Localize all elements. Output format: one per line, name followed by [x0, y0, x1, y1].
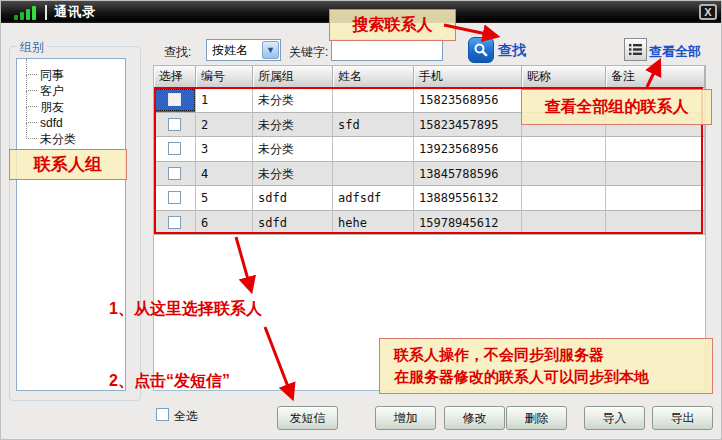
cell: hehe: [333, 211, 414, 235]
close-icon[interactable]: X: [699, 4, 717, 20]
column-header[interactable]: 手机: [414, 66, 522, 87]
cell: 未分类: [253, 162, 333, 186]
select-cell[interactable]: [154, 137, 196, 161]
cell: 2: [196, 113, 253, 137]
find-by-value: 按姓名: [212, 42, 248, 59]
table-row[interactable]: 5sdfdadfsdf13889556132: [154, 186, 705, 211]
cell: sfd: [333, 113, 414, 137]
select-cell[interactable]: [154, 162, 196, 186]
cell: [333, 88, 414, 112]
cell: [333, 162, 414, 186]
cell: 6: [196, 211, 253, 235]
signal-bars-icon: [14, 4, 36, 20]
select-cell[interactable]: [154, 211, 196, 235]
column-header[interactable]: 备注: [606, 66, 705, 87]
search-button[interactable]: 查找: [498, 42, 526, 60]
contacts-table: 选择编号所属组姓名手机昵称备注 1未分类158235689562未分类sfd15…: [153, 65, 706, 391]
group-panel: 组别 同事客户朋友sdfd未分类: [9, 46, 141, 401]
keyword-input[interactable]: [331, 39, 443, 61]
cell: [522, 137, 606, 161]
cell: 4: [196, 162, 253, 186]
window-title: 通讯录: [54, 3, 96, 21]
search-icon[interactable]: [468, 37, 494, 63]
cell: [606, 113, 705, 137]
group-listbox[interactable]: 同事客户朋友sdfd未分类: [16, 58, 126, 391]
send-sms-button[interactable]: 发短信: [277, 406, 338, 430]
cell: 13889556132: [414, 186, 522, 210]
title-bar: 通讯录 X: [1, 1, 722, 23]
sidebar-group-item[interactable]: 未分类: [17, 131, 125, 147]
cell: [606, 211, 705, 235]
table-row[interactable]: 6sdfdhehe15978945612: [154, 211, 705, 236]
column-header[interactable]: 昵称: [522, 66, 606, 87]
row-checkbox[interactable]: [168, 118, 181, 131]
cell: 3: [196, 137, 253, 161]
title-separator: [45, 5, 47, 20]
add-button[interactable]: 增加: [375, 406, 436, 430]
cell: [522, 211, 606, 235]
list-view-icon[interactable]: [624, 38, 647, 61]
cell: [522, 88, 606, 112]
find-label: 查找:: [164, 44, 191, 61]
view-all-button[interactable]: 查看全部: [649, 43, 701, 61]
cell: [333, 137, 414, 161]
cell: [522, 113, 606, 137]
cell: [606, 88, 705, 112]
select-all-label: 全选: [174, 408, 198, 425]
table-row[interactable]: 2未分类sfd15823457895: [154, 113, 705, 138]
cell: 未分类: [253, 137, 333, 161]
select-cell[interactable]: [154, 186, 196, 210]
cell: sdfd: [253, 211, 333, 235]
cell: [606, 137, 705, 161]
export-button[interactable]: 导出: [652, 406, 713, 430]
cell: 15823457895: [414, 113, 522, 137]
find-by-select[interactable]: 按姓名 ▼: [206, 39, 281, 61]
table-row[interactable]: 3未分类13923568956: [154, 137, 705, 162]
delete-button[interactable]: 删除: [506, 406, 567, 430]
cell: [606, 162, 705, 186]
keyword-label: 关键字:: [289, 44, 328, 61]
column-header[interactable]: 所属组: [253, 66, 333, 87]
column-header[interactable]: 选择: [154, 66, 196, 87]
row-checkbox[interactable]: [168, 191, 181, 204]
group-panel-legend: 组别: [17, 39, 47, 56]
table-row[interactable]: 4未分类13845788596: [154, 162, 705, 187]
cell: 13845788596: [414, 162, 522, 186]
cell: 未分类: [253, 88, 333, 112]
cell: 13923568956: [414, 137, 522, 161]
row-checkbox[interactable]: [168, 142, 181, 155]
table-row[interactable]: 1未分类15823568956: [154, 88, 705, 113]
row-checkbox[interactable]: [168, 167, 181, 180]
cell: 1: [196, 88, 253, 112]
select-cell[interactable]: [154, 113, 196, 137]
column-header[interactable]: 姓名: [333, 66, 414, 87]
chevron-down-icon[interactable]: ▼: [262, 41, 279, 59]
cell: [606, 186, 705, 210]
address-book-window: 通讯录 X 查找: 按姓名 ▼ 关键字: 查找 查看全部 组别 同事客户朋友sd…: [0, 0, 722, 440]
cell: adfsdf: [333, 186, 414, 210]
cell: 15978945612: [414, 211, 522, 235]
row-checkbox[interactable]: [168, 93, 181, 106]
cell: 15823568956: [414, 88, 522, 112]
cell: 未分类: [253, 113, 333, 137]
select-all-checkbox[interactable]: [156, 408, 169, 421]
import-button[interactable]: 导入: [584, 406, 645, 430]
select-cell[interactable]: [154, 88, 196, 112]
cell: [522, 162, 606, 186]
modify-button[interactable]: 修改: [444, 406, 505, 430]
column-header[interactable]: 编号: [196, 66, 253, 87]
row-checkbox[interactable]: [168, 216, 181, 229]
cell: [522, 186, 606, 210]
cell: sdfd: [253, 186, 333, 210]
cell: 5: [196, 186, 253, 210]
table-header-row: 选择编号所属组姓名手机昵称备注: [154, 66, 705, 88]
